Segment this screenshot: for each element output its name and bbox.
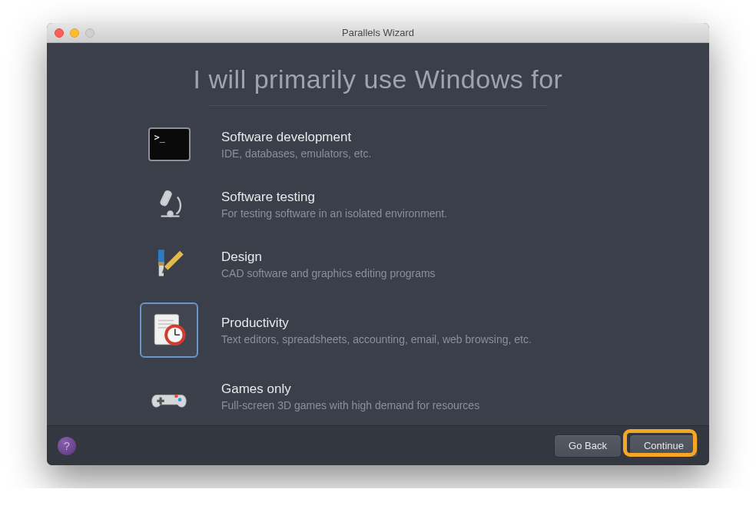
divider bbox=[209, 105, 547, 106]
terminal-icon: >_ bbox=[140, 123, 198, 166]
svg-point-1 bbox=[167, 211, 172, 216]
help-icon[interactable]: ? bbox=[58, 437, 76, 455]
window-title: Parallels Wizard bbox=[47, 27, 709, 38]
option-desc: CAD software and graphics editing progra… bbox=[221, 267, 616, 279]
svg-rect-3 bbox=[158, 262, 164, 266]
game-controller-icon bbox=[140, 375, 198, 418]
option-title: Software development bbox=[221, 130, 616, 145]
option-games-only[interactable]: Games only Full-screen 3D games with hig… bbox=[140, 375, 616, 418]
titlebar: Parallels Wizard bbox=[47, 23, 709, 43]
option-list: >_ Software development IDE, databases, … bbox=[140, 123, 616, 418]
svg-rect-17 bbox=[157, 400, 164, 402]
svg-point-14 bbox=[174, 395, 178, 398]
minimize-icon[interactable] bbox=[70, 28, 79, 38]
option-desc: Full-screen 3D games with high demand fo… bbox=[221, 399, 616, 411]
footer-buttons: Go Back Continue bbox=[554, 435, 698, 458]
go-back-button[interactable]: Go Back bbox=[554, 435, 622, 458]
option-software-testing[interactable]: Software testing For testing software in… bbox=[140, 183, 616, 226]
option-software-development[interactable]: >_ Software development IDE, databases, … bbox=[140, 123, 616, 166]
continue-button[interactable]: Continue bbox=[629, 435, 698, 458]
window-controls bbox=[47, 28, 94, 38]
option-design[interactable]: Design CAD software and graphics editing… bbox=[140, 243, 616, 286]
option-title: Software testing bbox=[221, 190, 616, 205]
option-desc: Text editors, spreadsheets, accounting, … bbox=[221, 333, 616, 345]
wizard-window: Parallels Wizard I will primarily use Wi… bbox=[47, 23, 709, 465]
design-tools-icon bbox=[140, 243, 198, 286]
option-title: Design bbox=[221, 249, 616, 265]
microscope-icon bbox=[140, 183, 198, 226]
footer: ? Go Back Continue bbox=[47, 425, 709, 465]
wizard-content: I will primarily use Windows for >_ Soft… bbox=[47, 43, 709, 425]
close-icon[interactable] bbox=[55, 28, 64, 38]
page-heading: I will primarily use Windows for bbox=[85, 64, 671, 94]
option-title: Productivity bbox=[221, 316, 616, 331]
svg-marker-5 bbox=[164, 251, 184, 270]
option-productivity[interactable]: Productivity Text editors, spreadsheets,… bbox=[140, 302, 616, 358]
zoom-icon bbox=[85, 28, 94, 38]
svg-rect-2 bbox=[158, 249, 164, 262]
option-desc: IDE, databases, emulators, etc. bbox=[221, 147, 616, 160]
svg-point-15 bbox=[178, 398, 182, 401]
option-title: Games only bbox=[221, 382, 616, 397]
svg-rect-0 bbox=[161, 190, 172, 206]
option-desc: For testing software in an isolated envi… bbox=[221, 207, 616, 220]
productivity-clock-icon bbox=[140, 302, 198, 358]
